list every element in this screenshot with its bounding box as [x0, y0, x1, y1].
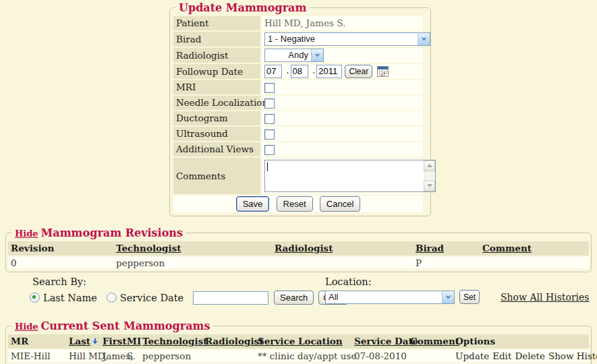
ultrasound-row: Ultrasound	[173, 127, 423, 141]
update-mammogram-panel: Update Mammogram Patient Hill MD, James …	[169, 2, 431, 216]
mri-checkbox[interactable]	[264, 83, 275, 93]
hide-revisions-link[interactable]: Hide	[15, 229, 38, 239]
sort-descending-icon	[92, 338, 98, 345]
search-button[interactable]: Search	[274, 291, 314, 305]
radiologist-column-header[interactable]: Radiologist	[272, 241, 413, 255]
mammogram-revisions-legend: HideMammogram Revisions	[11, 227, 186, 239]
technologist-column-header[interactable]: Technologist	[113, 241, 272, 255]
revisions-header-row: Revision Technologist Radiologist Birad …	[8, 241, 589, 255]
service-date-column-header[interactable]: Service Date	[351, 334, 407, 348]
date-separator: .	[286, 65, 289, 75]
followup-date-row: Followup Date . . Clear	[173, 64, 423, 79]
birad-column-header[interactable]: Birad	[413, 241, 480, 255]
comment-column-header[interactable]: Comment	[407, 334, 453, 348]
additional-views-checkbox[interactable]	[264, 145, 275, 155]
comment-column-header[interactable]: Comment	[480, 241, 589, 255]
show-history-link[interactable]: Show History	[548, 351, 597, 361]
additional-views-row: Additional Views	[173, 142, 423, 156]
revisions-table: Revision Technologist Radiologist Birad …	[8, 240, 589, 270]
radiologist-select[interactable]: Andy	[264, 49, 324, 62]
first-cell: James,	[100, 350, 124, 362]
mammogram-revisions-panel: HideMammogram Revisions Revision Technol…	[5, 227, 592, 272]
hide-sent-link[interactable]: Hide	[15, 322, 38, 332]
options-cell: UpdateEditDeleteShow History	[453, 350, 589, 362]
edit-link[interactable]: Edit	[492, 351, 511, 361]
patient-value: Hill MD, James S.	[262, 16, 423, 30]
revisions-row: 0 pepperson P	[8, 257, 589, 269]
search-by-label: Search By:	[32, 276, 349, 287]
update-link[interactable]: Update	[455, 351, 489, 361]
search-band: Search By: Last Name Service Date Search…	[0, 274, 597, 313]
last-name-radio[interactable]	[30, 293, 40, 303]
mri-label: MRI	[173, 80, 260, 94]
cancel-button[interactable]: Cancel	[320, 196, 360, 212]
birad-label: Birad	[173, 32, 260, 47]
birad-selected-value: 1 - Negative	[265, 34, 418, 44]
update-mammogram-title: Update Mammogram	[175, 2, 310, 14]
revision-column-header: Revision	[8, 241, 113, 255]
scroll-down-icon[interactable]	[424, 181, 435, 191]
calendar-icon[interactable]	[377, 66, 389, 77]
technologist-cell: pepperson	[113, 257, 272, 269]
location-select[interactable]: All	[325, 291, 455, 304]
set-location-button[interactable]: Set	[459, 290, 480, 304]
ultrasound-checkbox[interactable]	[264, 129, 275, 140]
chevron-down-icon	[442, 291, 454, 303]
technologist-column-header[interactable]: Technologist	[140, 334, 202, 348]
search-by-group: Search By: Last Name Service Date Search…	[30, 276, 349, 305]
text-caret	[267, 162, 268, 171]
patient-label: Patient	[173, 16, 260, 30]
service-location-column-header[interactable]: Service Location	[255, 334, 351, 348]
radiologist-cell	[272, 257, 413, 269]
followup-day-input[interactable]	[291, 65, 308, 78]
mi-column-header[interactable]: MI	[124, 334, 140, 348]
service-date-cell: 07-08-2010	[351, 350, 407, 362]
service-date-radio-label: Service Date	[120, 293, 183, 303]
mri-row: MRI	[173, 80, 423, 94]
last-name-radio-label: Last Name	[43, 293, 97, 303]
revision-cell: 0	[8, 257, 113, 269]
service-location-cell: ** clinic day/appt use	[255, 350, 351, 362]
comments-label: Comments	[173, 158, 260, 194]
birad-select[interactable]: 1 - Negative	[264, 32, 430, 46]
radiologist-cell	[202, 350, 255, 362]
ductogram-label: Ductogram	[173, 111, 260, 125]
search-input[interactable]	[193, 291, 268, 305]
current-sent-title: Current Sent Mammograms	[41, 320, 210, 332]
show-all-histories-link[interactable]: Show All Histories	[501, 292, 590, 303]
clear-date-button[interactable]: Clear	[345, 65, 372, 78]
birad-cell: P	[413, 257, 480, 269]
date-separator: .	[312, 65, 315, 75]
needle-localization-checkbox[interactable]	[264, 98, 275, 109]
ductogram-row: Ductogram	[173, 111, 423, 125]
first-column-header[interactable]: First	[100, 334, 124, 348]
last-column-header[interactable]: Last	[66, 334, 100, 348]
save-button[interactable]: Save	[236, 196, 270, 212]
options-column-header: Options	[453, 334, 589, 348]
followup-month-input[interactable]	[264, 65, 282, 78]
comments-textarea[interactable]	[264, 160, 436, 192]
sent-row: MIE-Hill Hill MD, James, S. pepperson **…	[8, 350, 589, 362]
form-buttons-row: Save Reset Cancel	[173, 195, 423, 212]
sent-mammograms-table: MR Last First MI Technologist Radiologis…	[8, 333, 589, 364]
followup-year-input[interactable]	[316, 65, 342, 78]
ductogram-checkbox[interactable]	[264, 114, 275, 124]
radiologist-selected-value: Andy	[265, 50, 311, 60]
service-date-radio[interactable]	[107, 293, 117, 303]
mi-cell: S.	[124, 350, 140, 362]
update-mammogram-form: Patient Hill MD, James S. Birad 1 - Nega…	[172, 15, 424, 214]
comment-cell	[480, 257, 589, 269]
mr-cell: MIE-Hill	[8, 350, 66, 362]
radiologist-row: Radiologist Andy	[173, 48, 423, 63]
last-cell: Hill MD,	[66, 350, 100, 362]
location-selected-value: All	[326, 292, 442, 302]
delete-link[interactable]: Delete	[515, 351, 545, 361]
textarea-scrollbar[interactable]	[424, 160, 435, 191]
radiologist-column-header[interactable]: Radiologist	[202, 334, 255, 348]
reset-button[interactable]: Reset	[277, 196, 313, 212]
mr-column-header: MR	[8, 334, 66, 348]
scroll-up-icon[interactable]	[424, 160, 435, 171]
comment-cell	[407, 350, 453, 362]
mammogram-page: Update Mammogram Patient Hill MD, James …	[0, 0, 597, 364]
radiologist-label: Radiologist	[173, 48, 260, 63]
